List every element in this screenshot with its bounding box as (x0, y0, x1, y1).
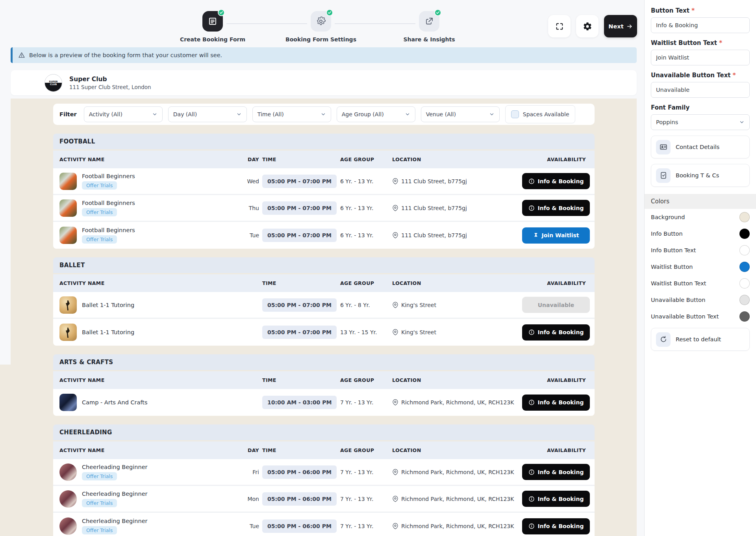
background-color-swatch[interactable] (739, 212, 750, 222)
booking-tcs-button[interactable]: Booking T & Cs (651, 164, 750, 187)
time-chip: 05:00 PM - 07:00 PM (262, 229, 337, 242)
table-row: Cheerleading BeginnerOffer Trials Mon 05… (53, 486, 595, 513)
color-label: Unavailable Button (651, 297, 705, 303)
info-booking-button[interactable]: Info & Booking (522, 200, 590, 216)
chevron-down-icon (152, 112, 158, 117)
location-pin-icon (392, 232, 398, 238)
font-family-label: Font Family (651, 104, 750, 111)
col-time: TIME (262, 447, 340, 453)
check-badge-icon (218, 9, 225, 16)
offer-trials-badge: Offer Trials (82, 499, 117, 507)
day-value: Tue (238, 232, 262, 238)
location-value: King's Street (401, 329, 436, 335)
contact-details-button[interactable]: Contact Details (651, 136, 750, 158)
availability-label: Info & Booking (538, 178, 584, 184)
next-button[interactable]: Next (604, 15, 637, 37)
activity-name: Cheerleading Beginner (82, 464, 148, 470)
required-asterisk: * (733, 72, 736, 79)
check-badge-icon (434, 9, 441, 16)
club-name: Super Club (69, 76, 151, 83)
col-availability: AVAILABILITY (516, 377, 590, 383)
step-booking-form-settings[interactable]: Booking Form Settings (278, 11, 364, 43)
button-text-input[interactable] (651, 17, 750, 33)
age-group-filter-dropdown[interactable]: Age Group (All) (337, 106, 415, 122)
dropdown-value: Day (All) (173, 111, 197, 117)
day-value: Thu (238, 205, 262, 211)
color-label: Info Button (651, 231, 683, 237)
location-value: Richmond Park, Richmond, UK, RCH123K (401, 496, 514, 502)
col-age-group: AGE GROUP (340, 280, 392, 286)
time-filter-dropdown[interactable]: Time (All) (252, 106, 331, 122)
color-row-waitlist-button-text: Waitlist Button Text (651, 275, 750, 292)
contact-details-label: Contact Details (676, 144, 719, 150)
reset-to-default-button[interactable]: Reset to default (651, 328, 750, 351)
info-icon (528, 469, 535, 475)
table-row: Football BeginnersOffer Trials Thu 05:00… (53, 195, 595, 222)
join-waitlist-button[interactable]: Join Waitlist (522, 227, 590, 244)
spaces-available-toggle[interactable]: Spaces Available (505, 105, 575, 123)
day-value: Mon (238, 496, 262, 502)
info-button-text-color-swatch[interactable] (739, 245, 750, 255)
section-football: FOOTBALL ACTIVITY NAME DAY TIME AGE GROU… (53, 134, 595, 249)
location-pin-icon (392, 469, 398, 475)
activity-filter-dropdown[interactable]: Activity (All) (84, 106, 163, 122)
venue-filter-dropdown[interactable]: Venue (All) (421, 106, 500, 122)
unavailable-button-text-color-swatch[interactable] (739, 311, 750, 322)
color-row-unavailable-button-text: Unavailable Button Text (651, 308, 750, 325)
settings-gear-button[interactable] (576, 15, 598, 37)
col-availability: AVAILABILITY (516, 447, 590, 453)
chevron-down-icon (321, 112, 326, 117)
day-value: Tue (238, 523, 262, 529)
unavailable-button-color-swatch[interactable] (739, 295, 750, 305)
info-booking-button[interactable]: Info & Booking (522, 395, 590, 411)
info-booking-button[interactable]: Info & Booking (522, 464, 590, 480)
form-icon (202, 11, 223, 32)
club-header: SUPER CLUB Super Club 111 Super Club Str… (11, 70, 637, 95)
col-availability: AVAILABILITY (516, 156, 590, 162)
chevron-down-icon (405, 112, 410, 117)
step-label: Booking Form Settings (285, 36, 356, 43)
col-age-group: AGE GROUP (340, 447, 392, 453)
section-title: CHEERLEADING (53, 424, 595, 440)
font-family-select[interactable]: Poppins (651, 114, 750, 130)
step-share-insights[interactable]: Share & Insights (386, 11, 472, 43)
day-filter-dropdown[interactable]: Day (All) (168, 106, 247, 122)
time-chip: 05:00 PM - 07:00 PM (262, 175, 337, 188)
availability-label: Info & Booking (538, 399, 584, 406)
col-day: DAY (238, 447, 262, 453)
unavailable-button: Unavailable (522, 297, 590, 313)
col-time: TIME (262, 377, 340, 383)
info-booking-button[interactable]: Info & Booking (522, 173, 590, 189)
spaces-available-checkbox[interactable] (511, 110, 519, 118)
activity-name: Football Beginners (82, 227, 135, 233)
location-pin-icon (392, 178, 398, 184)
unavailable-button-text-input[interactable] (651, 82, 750, 98)
color-row-background: Background (651, 209, 750, 225)
button-text-label: Button Text * (651, 7, 750, 14)
time-chip: 10:00 AM - 03:00 PM (262, 396, 337, 409)
preview-background (0, 365, 11, 536)
age-group-value: 7 Yr. - 13 Yr. (340, 523, 392, 529)
info-button-color-swatch[interactable] (739, 229, 750, 239)
step-create-booking-form[interactable]: Create Booking Form (169, 11, 256, 43)
info-booking-button[interactable]: Info & Booking (522, 518, 590, 534)
waitlist-button-text-input[interactable] (651, 50, 750, 65)
activity-thumbnail (59, 324, 77, 341)
filter-bar: Filter Activity (All) Day (All) Time (Al… (53, 104, 595, 125)
info-booking-button[interactable]: Info & Booking (522, 324, 590, 341)
waitlist-button-text-color-swatch[interactable] (739, 278, 750, 288)
fullscreen-button[interactable] (548, 15, 571, 37)
activity-thumbnail (59, 173, 77, 190)
color-row-unavailable-button: Unavailable Button (651, 292, 750, 308)
warning-icon (18, 52, 25, 59)
waitlist-button-color-swatch[interactable] (739, 262, 750, 272)
chevron-down-icon (489, 112, 495, 117)
table-row: Cheerleading BeginnerOffer Trials Tue 05… (53, 513, 595, 536)
col-location: LOCATION (392, 156, 516, 162)
info-booking-button[interactable]: Info & Booking (522, 491, 590, 507)
offer-trials-badge: Offer Trials (82, 181, 117, 190)
step-label: Share & Insights (403, 36, 455, 43)
col-availability: AVAILABILITY (516, 280, 590, 286)
age-group-value: 6 Yr. - 13 Yr. (340, 178, 392, 184)
table-row: Football BeginnersOffer Trials Wed 05:00… (53, 168, 595, 195)
